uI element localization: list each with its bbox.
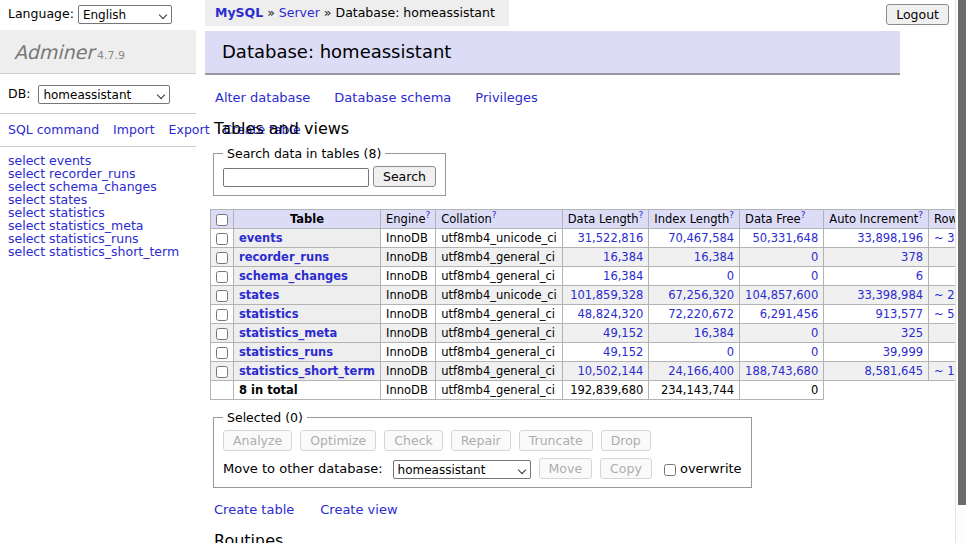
table-name-link[interactable]: statistics [239,307,299,321]
import-link[interactable]: Import [113,122,155,137]
engine-cell: InnoDB [381,381,436,400]
help-link[interactable]: ? [729,210,734,220]
index-length-link[interactable]: 16,384 [694,326,734,340]
table-row: statistics_short_term InnoDB utf8mb4_gen… [211,362,966,381]
data-length-link[interactable]: 49,152 [603,326,643,340]
data-length-link[interactable]: 101,859,328 [570,288,643,302]
data-free-link[interactable]: 0 [811,269,818,283]
truncate-button[interactable]: Truncate [519,430,593,451]
language-label: Language: [8,6,74,21]
auto-increment-link[interactable]: 378 [901,250,923,264]
index-length-link[interactable]: 70,467,584 [668,231,734,245]
main-content: MySQL»Server»Database: homeassistant Dat… [205,0,900,543]
table-name-link[interactable]: recorder_runs [239,250,329,264]
engine-cell: InnoDB [381,343,436,362]
help-link[interactable]: ? [639,210,644,220]
row-checkbox[interactable] [216,328,228,340]
move-db-select[interactable]: homeassistant [393,460,531,479]
export-link[interactable]: Export [169,122,210,137]
search-legend: Search data in tables (8) [223,146,385,161]
column-label: Data Length [568,212,639,226]
overwrite-label: overwrite [680,461,742,476]
alter-database-link[interactable]: Alter database [215,90,310,105]
drop-button[interactable]: Drop [601,430,651,451]
breadcrumb-server-link[interactable]: Server [279,5,320,20]
select-all-checkbox[interactable] [216,214,228,226]
index-length-link[interactable]: 0 [727,345,734,359]
database-schema-link[interactable]: Database schema [334,90,451,105]
data-length-link[interactable]: 16,384 [603,269,643,283]
data-length-link[interactable]: 49,152 [603,345,643,359]
help-link[interactable]: ? [425,210,430,220]
row-checkbox[interactable] [216,290,228,302]
sidebar: Language: English Adminer4.7.9 DB: homea… [0,0,196,265]
scrollbar-thumb[interactable] [958,0,966,505]
language-select[interactable]: English [78,5,172,24]
repair-button[interactable]: Repair [451,430,511,451]
table-name-link[interactable]: statistics_runs [239,345,333,359]
logout-button[interactable]: Logout [886,4,949,25]
collation-cell: utf8mb4_unicode_ci [436,286,563,305]
analyze-button[interactable]: Analyze [223,430,292,451]
vertical-scrollbar[interactable] [955,0,966,543]
sql-command-link[interactable]: SQL command [8,122,99,137]
overwrite-checkbox[interactable] [664,464,676,476]
create-table-link[interactable]: Create table [214,502,294,517]
row-checkbox[interactable] [216,309,228,321]
help-link[interactable]: ? [918,210,923,220]
row-checkbox[interactable] [216,271,228,283]
breadcrumb-current: Database: homeassistant [336,5,495,20]
data-length-link[interactable]: 16,384 [603,250,643,264]
data-length-link[interactable]: 31,522,816 [577,231,643,245]
help-link[interactable]: ? [492,210,497,220]
create-view-link[interactable]: Create view [320,502,397,517]
data-free-link[interactable]: 50,331,648 [752,231,818,245]
row-checkbox[interactable] [216,252,228,264]
index-length-link[interactable]: 24,166,400 [668,364,734,378]
auto-increment-link[interactable]: 8,581,645 [865,364,924,378]
row-checkbox[interactable] [216,347,228,359]
data-length-link[interactable]: 10,502,144 [577,364,643,378]
data-free-link[interactable]: 0 [811,326,818,340]
auto-increment-link[interactable]: 39,999 [883,345,923,359]
routines-heading: Routines [214,531,900,543]
privileges-link[interactable]: Privileges [475,90,538,105]
auto-increment-link[interactable]: 325 [901,326,923,340]
column-label: Collation [441,212,492,226]
data-free-link[interactable]: 0 [811,345,818,359]
table-name-link[interactable]: statistics_short_term [239,364,375,378]
row-checkbox[interactable] [216,366,228,378]
index-length-link[interactable]: 0 [727,269,734,283]
index-length-link[interactable]: 67,256,320 [668,288,734,302]
data-free-link[interactable]: 104,857,600 [745,288,818,302]
data-length-link[interactable]: 48,824,320 [577,307,643,321]
search-button[interactable]: Search [373,166,436,187]
auto-increment-link[interactable]: 6 [916,269,923,283]
breadcrumb-mysql-link[interactable]: MySQL [215,5,263,20]
help-link[interactable]: ? [801,210,806,220]
move-button[interactable]: Move [539,458,593,479]
index-length-link[interactable]: 72,220,672 [668,307,734,321]
search-input[interactable] [223,168,369,187]
data-free-link[interactable]: 0 [811,250,818,264]
check-button[interactable]: Check [384,430,442,451]
db-select[interactable]: homeassistant [38,85,170,104]
sidebar-item-select-statistics-short-term[interactable]: select statistics_short_term [8,245,188,258]
table-name-link[interactable]: events [239,231,283,245]
copy-button[interactable]: Copy [600,458,652,479]
auto-increment-link[interactable]: 33,898,196 [857,231,923,245]
auto-increment-link[interactable]: 913,577 [875,307,923,321]
data-free-link[interactable]: 6,291,456 [760,307,819,321]
total-data-free: 0 [740,381,824,400]
table-name-link[interactable]: statistics_meta [239,326,337,340]
index-length-link[interactable]: 16,384 [694,250,734,264]
column-label: Index Length [654,212,729,226]
data-free-link[interactable]: 188,743,680 [745,364,818,378]
auto-increment-link[interactable]: 33,398,984 [857,288,923,302]
optimize-button[interactable]: Optimize [300,430,376,451]
table-row: states InnoDB utf8mb4_unicode_ci 101,859… [211,286,966,305]
table-name-link[interactable]: schema_changes [239,269,348,283]
row-checkbox[interactable] [216,233,228,245]
column-header-index-length: Index Length? [649,210,740,229]
table-name-link[interactable]: states [239,288,279,302]
